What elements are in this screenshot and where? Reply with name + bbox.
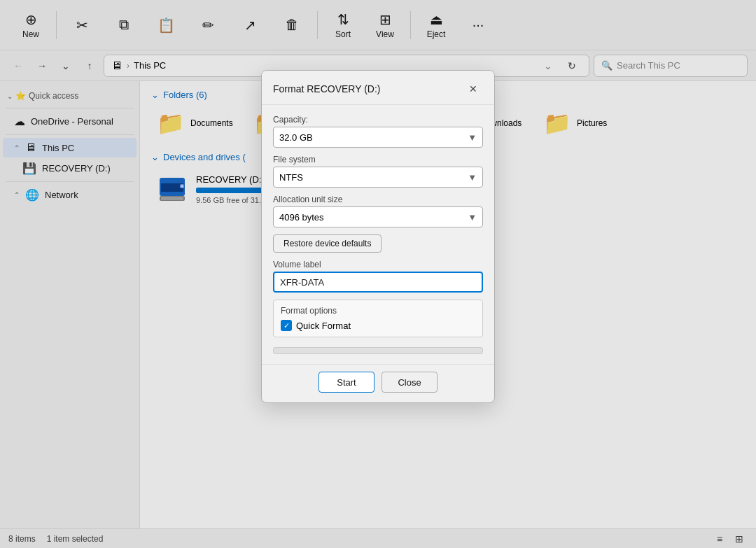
allocation-value: 4096 bytes	[279, 212, 324, 223]
restore-btn-label: Restore device defaults	[284, 239, 371, 248]
close-btn-label: Close	[398, 377, 421, 388]
dialog-footer: Start Close	[262, 364, 494, 402]
restore-defaults-button[interactable]: Restore device defaults	[273, 234, 382, 253]
start-button[interactable]: Start	[318, 372, 374, 393]
start-btn-label: Start	[337, 377, 356, 388]
filesystem-select[interactable]: NTFS ▼	[273, 167, 483, 188]
filesystem-value: NTFS	[279, 172, 303, 183]
progress-section	[273, 347, 483, 354]
allocation-dropdown-arrow: ▼	[468, 212, 477, 223]
capacity-dropdown-arrow: ▼	[468, 132, 477, 143]
dialog-body: Capacity: 32.0 GB ▼ File system NTFS ▼ A…	[262, 105, 494, 364]
dialog-close-button[interactable]: ✕	[463, 79, 483, 99]
format-options-title: Format options	[281, 306, 475, 316]
allocation-field: Allocation unit size 4096 bytes ▼	[273, 195, 483, 227]
filesystem-label: File system	[273, 155, 483, 164]
volume-label-field: Volume label	[273, 260, 483, 293]
quick-format-row: ✓ Quick Format	[281, 320, 475, 331]
close-button[interactable]: Close	[382, 372, 438, 393]
capacity-field: Capacity: 32.0 GB ▼	[273, 115, 483, 148]
format-options-box: Format options ✓ Quick Format	[273, 300, 483, 337]
filesystem-dropdown-arrow: ▼	[468, 172, 477, 183]
allocation-label: Allocation unit size	[273, 195, 483, 204]
modal-overlay: Format RECOVERY (D:) ✕ Capacity: 32.0 GB…	[0, 0, 756, 548]
format-progress-bar	[273, 347, 483, 354]
capacity-value: 32.0 GB	[279, 132, 313, 143]
format-dialog: Format RECOVERY (D:) ✕ Capacity: 32.0 GB…	[261, 70, 495, 403]
dialog-titlebar: Format RECOVERY (D:) ✕	[262, 71, 494, 105]
allocation-select[interactable]: 4096 bytes ▼	[273, 206, 483, 227]
quick-format-label: Quick Format	[296, 321, 351, 331]
volume-label-title: Volume label	[273, 260, 483, 269]
restore-defaults-container: Restore device defaults	[273, 234, 483, 253]
close-x-icon: ✕	[469, 83, 477, 94]
quick-format-checkbox[interactable]: ✓	[281, 320, 292, 331]
volume-label-input[interactable]	[273, 272, 483, 293]
capacity-select[interactable]: 32.0 GB ▼	[273, 127, 483, 148]
dialog-title: Format RECOVERY (D:)	[273, 83, 381, 94]
capacity-label: Capacity:	[273, 115, 483, 125]
filesystem-field: File system NTFS ▼	[273, 155, 483, 188]
